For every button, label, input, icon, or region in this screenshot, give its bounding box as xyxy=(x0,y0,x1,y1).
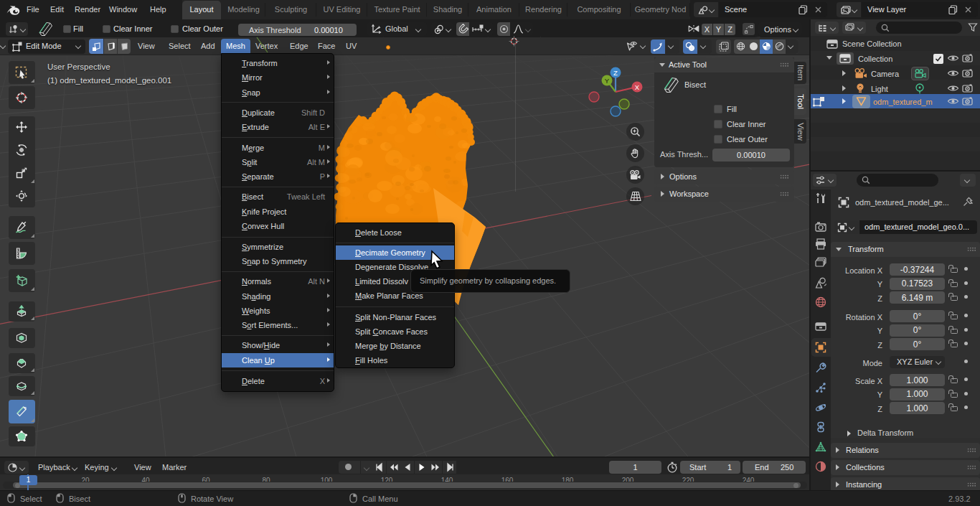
svg-text:Z: Z xyxy=(613,69,618,77)
svg-text:X: X xyxy=(635,83,640,91)
svg-text:Y: Y xyxy=(605,77,610,85)
